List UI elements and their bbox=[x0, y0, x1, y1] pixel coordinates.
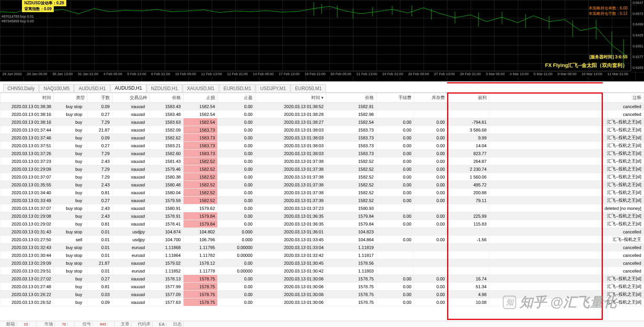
table-row[interactable]: 2020.03.13 01:34:40buy0.81xauusd1580.041… bbox=[0, 189, 644, 197]
cell: 0.00 bbox=[218, 283, 255, 291]
table-row[interactable]: 2020.03.13 01:38:16buy stop0.27xauusd158… bbox=[0, 110, 644, 118]
cell: 0.00 bbox=[376, 157, 414, 165]
table-row[interactable]: 2020.03.13 01:32:43buy stop0.01eurusd1.1… bbox=[0, 244, 644, 251]
cell bbox=[376, 103, 414, 110]
column-header[interactable]: 价格 bbox=[326, 93, 377, 103]
tab-codebase[interactable]: 代码库 bbox=[136, 321, 153, 327]
table-row[interactable]: 2020.03.13 01:29:02buy0.81xauusd1578.411… bbox=[0, 220, 644, 228]
cell: 0.00 bbox=[218, 259, 255, 267]
tab-articles[interactable]: 文章 bbox=[119, 321, 131, 327]
cell: 1583.73 bbox=[183, 126, 217, 134]
table-row[interactable]: 2020.03.13 01:37:07buy stop2.43xauusd158… bbox=[0, 204, 644, 212]
column-header[interactable]: 价格 bbox=[150, 93, 183, 103]
cell: 0.000 bbox=[218, 228, 255, 236]
cell: 2.43 bbox=[87, 204, 112, 212]
cell: 0.00 bbox=[376, 275, 414, 283]
symbol-tab[interactable]: XAUUSD,M1 bbox=[183, 84, 219, 92]
symbol-tab[interactable]: CHN50,Daily bbox=[3, 84, 39, 92]
table-row[interactable]: 2020.03.13 01:29:09buy stop21.87xauusd15… bbox=[0, 259, 644, 267]
cell: -794.61 bbox=[448, 118, 489, 126]
table-row[interactable]: 2020.03.13 01:30:44buy stop0.01eurusd1.1… bbox=[0, 251, 644, 259]
cell: 1582.62 bbox=[150, 134, 183, 142]
cell: 0.09 bbox=[87, 298, 112, 306]
symbol-tab[interactable]: EURO50,M1 bbox=[291, 84, 326, 92]
tab-mail[interactable]: 邮箱13 bbox=[3, 321, 36, 327]
history-table[interactable]: 时间类型手数交易品种价格止损止盈时间 ▾价格手续费库存费获利注释 2020.03… bbox=[0, 93, 644, 306]
cell: 0.00 bbox=[414, 165, 447, 173]
column-header[interactable]: 手数 bbox=[87, 93, 112, 103]
table-row[interactable]: 2020.03.13 01:37:44buy21.87xauusd1582.09… bbox=[0, 126, 644, 134]
column-header[interactable]: 时间 bbox=[0, 93, 54, 103]
table-row[interactable]: 2020.03.13 01:37:26buy7.29xauusd1582.601… bbox=[0, 150, 644, 157]
cell: 2020.03.13 01:38:28 bbox=[255, 110, 326, 118]
symbol-tab[interactable]: NAQ100,M5 bbox=[39, 84, 74, 92]
table-row[interactable]: 2020.03.13 01:26:52buy0.09xauusd1577.631… bbox=[0, 298, 644, 306]
table-row[interactable]: 2020.03.13 01:29:51buy stop0.01eurusd1.1… bbox=[0, 267, 644, 275]
cell: 0.01 bbox=[87, 244, 112, 251]
tab-market[interactable]: 市场72 bbox=[41, 321, 75, 327]
cell: 2020.03.13 01:37:38 bbox=[255, 165, 326, 173]
cell: cancelled bbox=[489, 259, 644, 267]
cell: 0.00 bbox=[414, 189, 447, 197]
cell: 1583.21 bbox=[150, 142, 183, 150]
table-row[interactable]: 2020.03.13 01:27:02buy0.27xauusd1578.131… bbox=[0, 275, 644, 283]
column-header[interactable]: 止损 bbox=[183, 93, 217, 103]
column-header[interactable]: 止盈 bbox=[218, 93, 255, 103]
column-header[interactable]: 时间 ▾ bbox=[255, 93, 326, 103]
column-header[interactable]: 手续费 bbox=[376, 93, 414, 103]
symbol-tab[interactable]: NZDUSD,H1 bbox=[147, 84, 182, 92]
table-row[interactable]: 2020.03.13 01:37:46buy0.09xauusd1582.621… bbox=[0, 134, 644, 142]
table-row[interactable]: 2020.03.13 01:27:48buy0.81xauusd1577.991… bbox=[0, 283, 644, 291]
column-header[interactable]: 类型 bbox=[54, 93, 87, 103]
table-header[interactable]: 时间类型手数交易品种价格止损止盈时间 ▾价格手续费库存费获利注释 bbox=[0, 93, 644, 103]
cell: 0.01 bbox=[87, 228, 112, 236]
cell: 1.11864 bbox=[150, 251, 183, 259]
symbol-tab[interactable]: AUDUSD,H1 bbox=[111, 84, 146, 92]
cell: 2.43 bbox=[87, 157, 112, 165]
table-row[interactable]: 2020.03.13 01:26:22buy0.03xauusd1577.091… bbox=[0, 291, 644, 298]
cell: 汇飞--投机之王[sl] bbox=[489, 173, 644, 181]
table-row[interactable]: 2020.03.13 01:38:38buy stop0.09xauusd158… bbox=[0, 103, 644, 110]
cell: 0.00 bbox=[376, 283, 414, 291]
cell: 1582.52 bbox=[183, 197, 217, 204]
cell: 1580.48 bbox=[150, 181, 183, 189]
symbol-tab[interactable]: AUDUSD,H1 bbox=[74, 84, 110, 92]
cell: 51.34 bbox=[448, 283, 489, 291]
table-row[interactable]: 2020.03.13 01:31:43buy stop0.01usdjpy104… bbox=[0, 228, 644, 236]
cell: 0.00 bbox=[218, 197, 255, 204]
table-row[interactable]: 2020.03.13 01:37:07buy7.29xauusd1580.381… bbox=[0, 173, 644, 181]
column-header[interactable]: 交易品种 bbox=[112, 93, 150, 103]
tab-log[interactable]: 日志 bbox=[171, 321, 184, 327]
cell: 1580.93 bbox=[326, 204, 377, 212]
cell bbox=[448, 204, 489, 212]
table-row[interactable]: 2020.03.13 01:37:23buy2.43xauusd1581.431… bbox=[0, 157, 644, 165]
cell: 1578.75 bbox=[183, 275, 217, 283]
cell: 2020.03.13 01:37:51 bbox=[0, 142, 54, 150]
column-header[interactable]: 获利 bbox=[448, 93, 489, 103]
table-row[interactable]: 2020.03.13 01:37:51buy0.27xauusd1583.211… bbox=[0, 142, 644, 150]
table-row[interactable]: 2020.03.13 01:33:49buy0.27xauusd1579.591… bbox=[0, 197, 644, 204]
cell: 2020.03.13 01:27:50 bbox=[0, 236, 54, 244]
table-row[interactable]: 2020.03.13 01:29:09buy7.29xauusd1579.461… bbox=[0, 165, 644, 173]
cell: 1579.46 bbox=[150, 165, 183, 173]
cell: 0.00 bbox=[218, 150, 255, 157]
cell: xauusd bbox=[112, 298, 150, 306]
table-row[interactable]: 2020.03.13 01:35:55buy2.43xauusd1580.481… bbox=[0, 181, 644, 189]
cell: xauusd bbox=[112, 134, 150, 142]
cell: 0.09 bbox=[87, 134, 112, 142]
cell: 汇飞--投机之王[sl] bbox=[489, 126, 644, 134]
table-row[interactable]: 2020.03.13 01:29:08buy2.43xauusd1578.911… bbox=[0, 212, 644, 220]
table-row[interactable]: 2020.03.13 01:27:50sell0.01usdjpy104.700… bbox=[0, 236, 644, 244]
cell: 1582.52 bbox=[183, 173, 217, 181]
cell: buy bbox=[54, 298, 87, 306]
cell: 2020.03.13 01:36:01 bbox=[255, 228, 326, 236]
tab-signals[interactable]: 信号843 bbox=[79, 321, 115, 327]
column-header[interactable]: 注释 bbox=[489, 93, 644, 103]
cell: 0.00 bbox=[218, 204, 255, 212]
table-row[interactable]: 2020.03.13 01:38:16buy7.29xauusd1583.631… bbox=[0, 118, 644, 126]
price-chart[interactable]: NZDUSD波动率：0.28 背离指数：0.09 #87014783 buy 0… bbox=[0, 0, 644, 81]
symbol-tab[interactable]: EURUSD,M1 bbox=[219, 84, 256, 92]
column-header[interactable]: 库存费 bbox=[414, 93, 447, 103]
tab-ea[interactable]: EA bbox=[157, 322, 167, 327]
symbol-tab[interactable]: USDJPY,M1 bbox=[256, 84, 290, 92]
